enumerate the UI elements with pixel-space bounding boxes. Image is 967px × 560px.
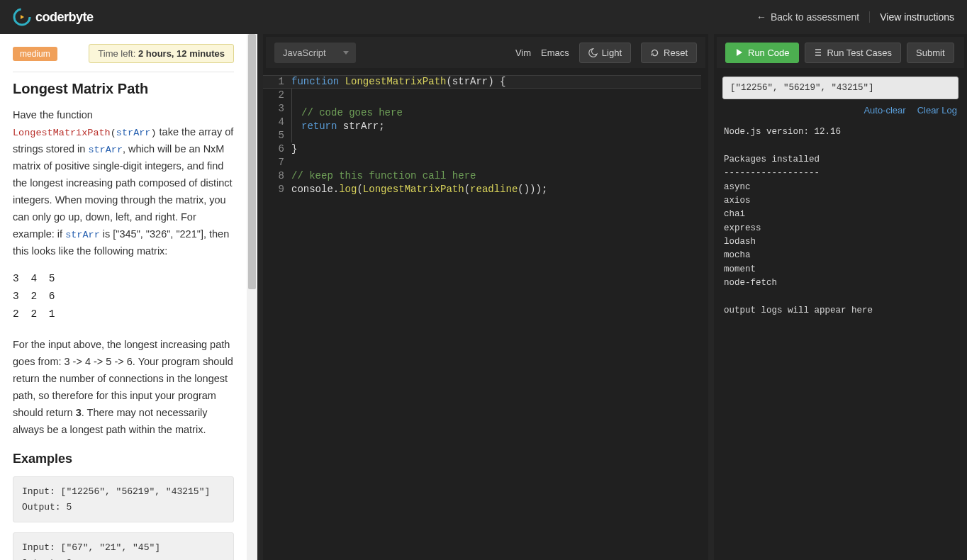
examples-heading: Examples [13,449,234,470]
brand-text: coderbyte [35,10,94,25]
auto-clear-link[interactable]: Auto-clear [863,105,905,116]
code-editor[interactable]: 123456789 function LongestMatrixPath(str… [263,71,708,560]
output-panel: Run Code Run Test Cases Submit ["12256",… [708,34,967,560]
brand-logo[interactable]: coderbyte [13,8,94,26]
svg-marker-1 [21,15,24,19]
list-icon [814,48,823,57]
problem-scroll[interactable]: medium Time left: 2 hours, 12 minutes Lo… [0,34,247,560]
difficulty-badge: medium [13,47,57,61]
back-to-assessment-link[interactable]: ← Back to assessment [756,11,859,23]
emacs-mode-link[interactable]: Emacs [541,47,569,58]
run-tests-button[interactable]: Run Test Cases [805,43,902,63]
test-input-box[interactable]: ["12256", "56219", "43215"] [722,77,958,99]
reset-icon [650,48,659,57]
brand-icon [13,8,31,26]
time-left: Time left: 2 hours, 12 minutes [89,44,234,63]
example-2: Input: ["67", "21", "45"] Output: 3 [13,532,234,560]
app-header: coderbyte ← Back to assessment View inst… [0,0,967,34]
view-instructions-link[interactable]: View instructions [869,11,954,23]
problem-description: Have the function LongestMatrixPath(strA… [13,107,234,560]
language-select[interactable]: JavaScript [274,43,356,63]
vim-mode-link[interactable]: Vim [515,47,531,58]
submit-button[interactable]: Submit [907,43,954,63]
line-gutter: 123456789 [263,75,291,560]
problem-panel: medium Time left: 2 hours, 12 minutes Lo… [0,34,257,560]
moon-icon [588,48,598,57]
scrollbar-thumb[interactable] [248,34,256,289]
theme-toggle-button[interactable]: Light [579,43,631,63]
clear-log-link[interactable]: Clear Log [917,105,957,116]
scrollbar[interactable] [247,34,257,560]
example-matrix: 3 4 5 3 2 6 2 2 1 [13,270,234,323]
code-content[interactable]: function LongestMatrixPath(strArr) { // … [291,75,708,560]
console-output[interactable]: Node.js version: 12.16 Packages installe… [714,121,967,560]
example-1: Input: ["12256", "56219", "43215"] Outpu… [13,476,234,522]
editor-toolbar: JavaScript Vim Emacs Light Reset [266,37,705,68]
run-code-button[interactable]: Run Code [725,43,799,63]
arrow-left-icon: ← [756,11,766,23]
svg-marker-2 [737,49,742,56]
play-icon [734,48,744,57]
problem-title: Longest Matrix Path [13,81,234,97]
reset-button[interactable]: Reset [641,43,697,63]
log-actions: Auto-clear Clear Log [714,102,967,121]
run-toolbar: Run Code Run Test Cases Submit [717,37,964,68]
editor-panel: JavaScript Vim Emacs Light Reset 1234567… [257,34,708,560]
header-actions: ← Back to assessment View instructions [756,11,954,23]
